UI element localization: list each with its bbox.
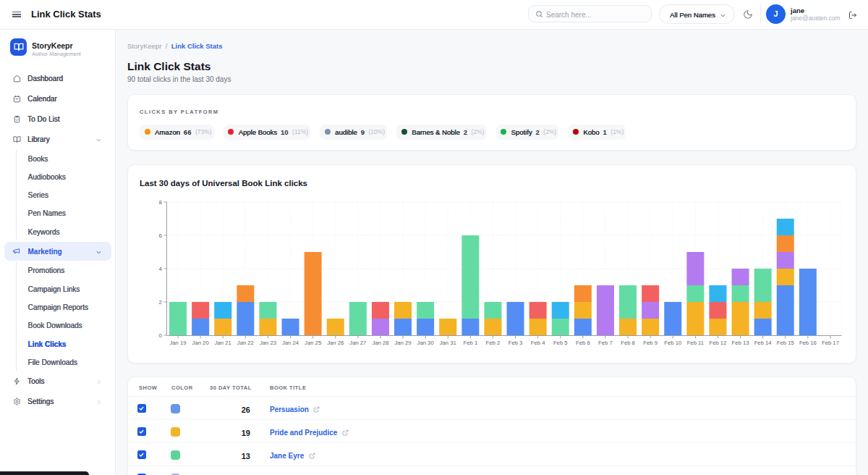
svg-text:6: 6 (159, 232, 163, 239)
svg-text:Feb 2: Feb 2 (486, 340, 501, 346)
svg-text:Jan 20: Jan 20 (192, 340, 209, 346)
svg-text:Feb 4: Feb 4 (531, 340, 545, 346)
svg-text:Feb 6: Feb 6 (576, 340, 590, 346)
svg-text:Jan 24: Jan 24 (282, 340, 299, 346)
svg-text:8: 8 (159, 199, 163, 206)
svg-text:Jan 30: Jan 30 (417, 340, 434, 346)
svg-text:Feb 17: Feb 17 (822, 340, 839, 346)
svg-text:Feb 16: Feb 16 (799, 340, 817, 346)
svg-text:Jan 28: Jan 28 (372, 340, 388, 346)
svg-text:Jan 19: Jan 19 (170, 340, 187, 346)
svg-text:Feb 1: Feb 1 (464, 340, 478, 346)
svg-text:Feb 9: Feb 9 (643, 340, 658, 346)
svg-text:Feb 5: Feb 5 (553, 340, 568, 346)
svg-text:Jan 31: Jan 31 (440, 340, 456, 346)
svg-text:0: 0 (159, 332, 163, 339)
svg-text:Feb 3: Feb 3 (509, 340, 523, 346)
svg-text:Feb 8: Feb 8 (621, 340, 635, 346)
svg-text:Feb 10: Feb 10 (664, 340, 681, 346)
svg-text:Jan 21: Jan 21 (215, 340, 231, 346)
svg-text:Jan 27: Jan 27 (349, 340, 366, 346)
svg-text:Feb 11: Feb 11 (687, 340, 704, 346)
svg-text:Jan 25: Jan 25 (305, 340, 321, 346)
svg-text:Jan 26: Jan 26 (327, 340, 344, 346)
svg-text:Jan 23: Jan 23 (260, 340, 276, 346)
svg-text:Feb 12: Feb 12 (709, 340, 726, 346)
svg-text:Jan 29: Jan 29 (395, 340, 412, 346)
svg-text:4: 4 (159, 266, 163, 272)
svg-text:2: 2 (159, 299, 163, 306)
svg-text:Feb 7: Feb 7 (598, 340, 613, 346)
svg-text:Feb 13: Feb 13 (732, 340, 749, 346)
svg-text:Jan 22: Jan 22 (237, 340, 254, 346)
svg-text:Feb 15: Feb 15 (777, 340, 794, 346)
svg-text:Feb 14: Feb 14 (754, 340, 773, 346)
